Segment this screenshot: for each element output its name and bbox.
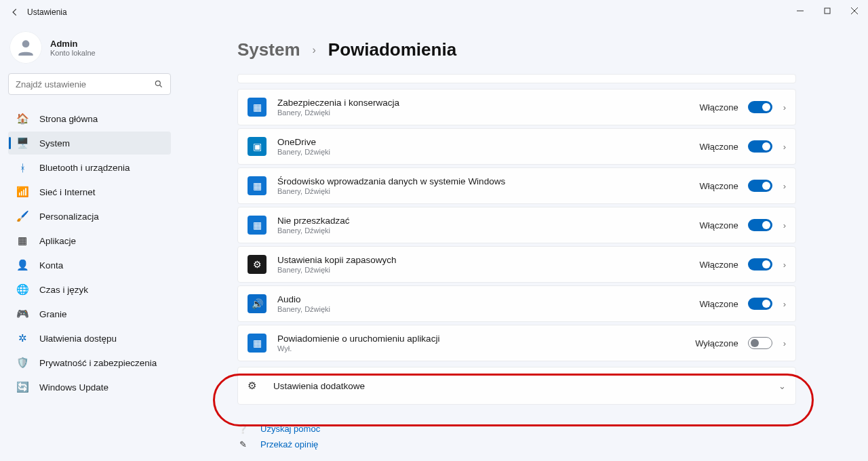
game-icon: 🎮	[15, 308, 30, 320]
footer-links: ❔ Uzyskaj pomoc ✎ Przekaż opinię	[237, 424, 796, 449]
search-input[interactable]	[16, 79, 154, 89]
feedback-link[interactable]: ✎ Przekaż opinię	[237, 439, 796, 449]
row-backup[interactable]: ⚙ Ustawienia kopii zapasowychBanery, Dźw…	[237, 246, 796, 283]
chevron-right-icon: ›	[783, 102, 786, 113]
content: ▦ Zabezpieczenia i konserwacjaBanery, Dź…	[237, 74, 796, 449]
nav-apps[interactable]: ▦Aplikacje	[8, 229, 171, 252]
avatar	[9, 31, 42, 64]
main-panel: System › Powiadomienia ▦ Zabezpieczenia …	[180, 24, 868, 461]
nav-label: Ułatwienia dostępu	[39, 334, 117, 344]
help-label: Uzyskaj pomoc	[260, 424, 320, 434]
row-state: Włączone	[700, 102, 738, 113]
row-title: Ustawienia dodatkowe	[273, 381, 778, 391]
breadcrumb-root[interactable]: System	[237, 39, 300, 60]
minimize-button[interactable]	[787, 0, 814, 22]
row-dnd[interactable]: ▦ Nie przeszkadzaćBanery, Dźwięki Włączo…	[237, 207, 796, 243]
toggle-on[interactable]	[748, 258, 772, 270]
row-title: Powiadomienie o uruchomieniu aplikacji	[277, 334, 695, 344]
close-button[interactable]	[841, 0, 868, 22]
row-title: OneDrive	[277, 137, 700, 147]
nav-label: Prywatność i zabezpieczenia	[39, 358, 157, 368]
nav-access[interactable]: ✲Ułatwienia dostępu	[8, 327, 171, 350]
nav-label: Konta	[39, 260, 63, 270]
nav-label: Czas i język	[39, 285, 88, 295]
chevron-right-icon: ›	[783, 220, 786, 230]
row-security[interactable]: ▦ Zabezpieczenia i konserwacjaBanery, Dź…	[237, 89, 796, 125]
nav-gaming[interactable]: 🎮Granie	[8, 302, 171, 325]
back-button[interactable]	[8, 5, 22, 19]
bluetooth-icon: ᚼ	[15, 162, 30, 174]
row-title: Nie przeszkadzać	[277, 216, 700, 226]
row-sub: Wył.	[277, 344, 695, 353]
chevron-down-icon: ⌄	[778, 381, 786, 391]
nav-label: Personalizacja	[39, 212, 99, 222]
wifi-icon: 📶	[15, 186, 30, 198]
nav-label: System	[39, 138, 70, 148]
dnd-app-icon: ▦	[248, 216, 267, 235]
row-title: Ustawienia kopii zapasowych	[277, 255, 700, 265]
nav-privacy[interactable]: 🛡️Prywatność i zabezpieczenia	[8, 351, 171, 374]
toggle-on[interactable]	[748, 219, 772, 231]
svg-line-6	[160, 85, 162, 87]
access-icon: ✲	[15, 332, 30, 344]
row-sub: Banery, Dźwięki	[277, 305, 700, 313]
row-onedrive[interactable]: ▣ OneDriveBanery, Dźwięki Włączone ›	[237, 128, 796, 165]
nav-bluetooth[interactable]: ᚼBluetooth i urządzenia	[8, 156, 171, 179]
nav-label: Granie	[39, 309, 67, 319]
feedback-label: Przekaż opinię	[260, 439, 318, 449]
window-title: Ustawienia	[27, 7, 67, 17]
globe-icon: 🌐	[15, 283, 30, 296]
toggle-on[interactable]	[748, 140, 772, 153]
apps-icon: ▦	[15, 235, 30, 247]
nav-update[interactable]: 🔄Windows Update	[8, 376, 171, 399]
row-title: Zabezpieczenia i konserwacja	[277, 98, 700, 108]
gears-icon: ⚙︎	[248, 380, 262, 392]
toggle-on[interactable]	[748, 180, 772, 192]
row-additional-settings[interactable]: ⚙︎ Ustawienia dodatkowe ⌄	[237, 367, 796, 405]
row-ime[interactable]: ▦ Środowisko wprowadzania danych w syste…	[237, 167, 796, 204]
help-link[interactable]: ❔ Uzyskaj pomoc	[237, 424, 796, 434]
nav-label: Windows Update	[39, 382, 108, 393]
profile-name: Admin	[50, 39, 96, 49]
row-state: Włączone	[700, 260, 738, 270]
partial-card-top[interactable]	[237, 74, 796, 83]
help-icon: ❔	[237, 424, 248, 434]
nav-home[interactable]: 🏠Strona główna	[8, 107, 171, 130]
update-icon: 🔄	[15, 381, 30, 393]
nav-time[interactable]: 🌐Czas i język	[8, 278, 171, 301]
chevron-right-icon: ›	[313, 44, 316, 56]
ime-app-icon: ▦	[248, 176, 267, 195]
search-icon	[154, 79, 163, 89]
maximize-button[interactable]	[814, 0, 841, 22]
chevron-right-icon: ›	[783, 260, 786, 270]
nav-list: 🏠Strona główna 🖥️System ᚼBluetooth i urz…	[8, 107, 171, 399]
row-sub: Banery, Dźwięki	[277, 148, 700, 156]
toggle-on[interactable]	[748, 298, 772, 310]
audio-app-icon: 🔊	[248, 294, 267, 313]
nav-system[interactable]: 🖥️System	[8, 132, 171, 155]
sidebar: Admin Konto lokalne 🏠Strona główna 🖥️Sys…	[0, 24, 180, 461]
svg-point-5	[155, 81, 160, 85]
nav-accounts[interactable]: 👤Konta	[8, 254, 171, 277]
profile-block[interactable]: Admin Konto lokalne	[9, 31, 170, 64]
feedback-icon: ✎	[237, 439, 248, 449]
row-state: Włączone	[700, 142, 738, 152]
titlebar: Ustawienia	[0, 0, 868, 24]
nav-network[interactable]: 📶Sieć i Internet	[8, 180, 171, 203]
row-audio[interactable]: 🔊 AudioBanery, Dźwięki Włączone ›	[237, 285, 796, 322]
window-controls	[787, 0, 868, 22]
toggle-on[interactable]	[748, 101, 772, 113]
search-box[interactable]	[8, 73, 171, 95]
row-sub: Banery, Dźwięki	[277, 266, 700, 274]
shield-icon: 🛡️	[15, 357, 30, 369]
row-title: Audio	[277, 294, 700, 304]
system-icon: 🖥️	[15, 137, 30, 149]
applaunch-app-icon: ▦	[248, 334, 267, 353]
nav-personalize[interactable]: 🖌️Personalizacja	[8, 205, 171, 228]
row-app-launch[interactable]: ▦ Powiadomienie o uruchomieniu aplikacji…	[237, 325, 796, 361]
chevron-right-icon: ›	[783, 142, 786, 152]
toggle-off[interactable]	[748, 337, 772, 349]
row-title: Środowisko wprowadzania danych w systemi…	[277, 176, 700, 186]
onedrive-app-icon: ▣	[248, 137, 267, 156]
row-sub: Banery, Dźwięki	[277, 187, 700, 195]
